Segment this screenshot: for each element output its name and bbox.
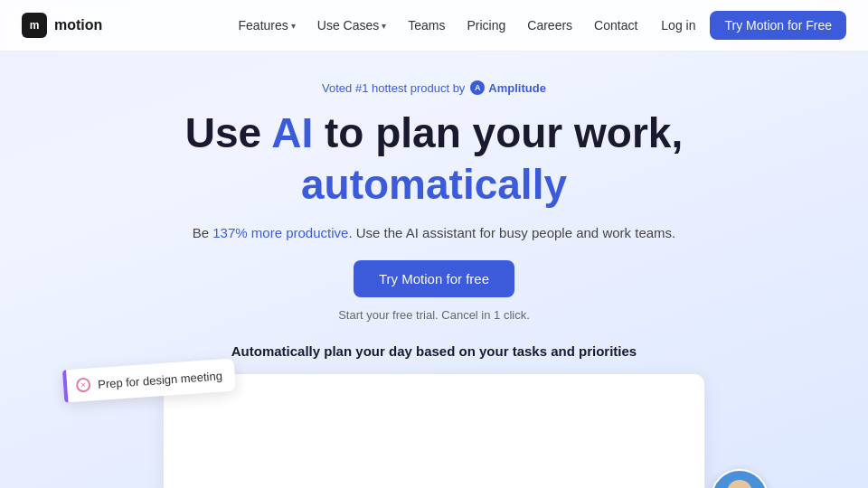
logo[interactable]: m motion [22, 13, 102, 38]
voted-badge: Voted #1 hottest product by A Amplitude [322, 80, 546, 95]
amplitude-logo: A Amplitude [470, 80, 546, 95]
navbar: m motion Features ▾ Use Cases ▾ Teams Pr… [0, 0, 868, 52]
hero-ai-word: AI [271, 109, 313, 156]
demo-app-frame [163, 373, 705, 488]
demo-label: Automatically plan your day based on you… [231, 343, 637, 359]
nav-item-contact[interactable]: Contact [585, 13, 646, 38]
chat-widget[interactable] [711, 469, 769, 488]
card-check-icon [76, 377, 91, 392]
badge-text: Voted #1 hottest product by [322, 81, 465, 95]
amplitude-label: Amplitude [488, 81, 546, 95]
chevron-down-icon: ▾ [291, 21, 296, 31]
hero-section: Voted #1 hottest product by A Amplitude … [0, 52, 868, 488]
demo-section: Automatically plan your day based on you… [0, 343, 868, 488]
hero-title-part1: Use [185, 109, 271, 156]
hero-subtitle: automatically [301, 161, 567, 209]
nav-item-careers[interactable]: Careers [518, 13, 581, 38]
nav-cta-button[interactable]: Try Motion for Free [710, 11, 846, 40]
amplitude-icon: A [470, 80, 485, 95]
hero-cta-button[interactable]: Try Motion for free [354, 260, 514, 297]
hero-description: Be 137% more productive. Use the AI assi… [193, 225, 675, 240]
hero-title: Use AI to plan your work, [185, 109, 683, 157]
desc-highlight: 137% more productive [212, 225, 348, 240]
logo-text: motion [54, 17, 102, 33]
nav-item-features[interactable]: Features ▾ [230, 13, 305, 38]
desc-part2: . Use the AI assistant for busy people a… [348, 225, 675, 240]
login-button[interactable]: Log in [650, 13, 706, 38]
desc-part1: Be [193, 225, 213, 240]
nav-links: Features ▾ Use Cases ▾ Teams Pricing Car… [230, 11, 846, 40]
demo-frame-wrapper: Prep for design meeting No tasks yet × [163, 373, 705, 488]
chat-widget-inner [712, 471, 767, 488]
trial-note: Start your free trial. Cancel in 1 click… [338, 308, 530, 322]
chevron-down-icon: ▾ [382, 21, 386, 31]
card-color-bar [62, 370, 69, 402]
chat-avatar-head [727, 480, 752, 488]
nav-item-teams[interactable]: Teams [399, 13, 454, 38]
hero-title-part2: to plan your work, [313, 109, 683, 156]
nav-item-use-cases[interactable]: Use Cases ▾ [308, 13, 395, 38]
card-task-text: Prep for design meeting [98, 369, 223, 391]
logo-icon: m [22, 13, 47, 38]
nav-item-pricing[interactable]: Pricing [458, 13, 514, 38]
